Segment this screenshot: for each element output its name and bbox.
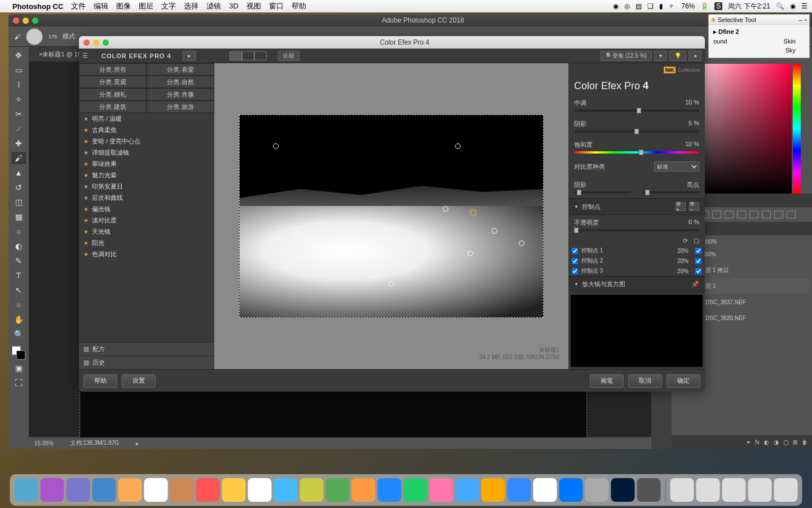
category-button[interactable]: 分类.婚礼 [79,88,147,100]
cp-checkbox[interactable] [572,268,578,274]
link-icon[interactable]: ⚭ [746,439,751,445]
loupe-header[interactable]: ▼ 放大镜与直方图 📌 [568,276,705,292]
cp-checkbox[interactable] [572,248,578,254]
minimize-icon[interactable]: – [799,16,802,23]
control-point-dot[interactable] [273,143,279,149]
patch-tool[interactable]: ✚ [11,137,26,150]
filter-item[interactable]: ★明亮 / 温暖 [79,113,214,124]
new-icon[interactable]: ⊞ [793,439,797,445]
notif-icon[interactable]: ☰ [801,2,807,10]
zoom-display[interactable]: 🔍 变焦 (12.5 %) [601,51,652,61]
dodge-tool[interactable]: ◐ [11,240,26,252]
filter-item[interactable]: ★天光镜 [79,226,214,237]
layers-footer[interactable]: ⚭ fx ◐ ◑ ▢ ⊞ 🗑 [672,435,812,449]
stamp-tool[interactable]: ▲ [11,167,26,179]
single-view-button[interactable] [230,51,242,60]
cp-dup-icon[interactable]: ⟳ [683,237,688,244]
dock-app[interactable] [67,478,90,502]
bulb-icon[interactable]: 💡 [669,51,686,61]
filter-item[interactable]: ★淡对比度 [79,214,214,226]
control-point-dot[interactable] [389,281,394,287]
control-point-dot[interactable] [455,143,461,149]
audio-icon[interactable]: ▮ [659,2,663,10]
blur-tool[interactable]: ○ [11,225,26,238]
dock-app[interactable] [533,478,557,502]
dock-app[interactable] [722,478,746,502]
control-point-dot[interactable] [519,240,524,246]
disk-icon[interactable]: ▤ [636,2,642,10]
history-row[interactable]: ▥历史 [79,356,214,369]
dock-app[interactable] [41,478,64,502]
dock-app[interactable] [274,478,298,502]
brush-tool[interactable]: 🖌 [11,152,26,164]
dock-app[interactable] [222,478,246,502]
marquee-tool[interactable]: ▭ [11,64,26,76]
dock-app[interactable] [378,478,401,502]
category-button[interactable]: 分类.肖像 [147,88,214,100]
filter-item[interactable]: ★翠绿效果 [79,158,214,169]
input-icon[interactable]: ❏ [647,2,654,10]
star-icon[interactable]: ★ [83,217,89,224]
slider-track[interactable] [574,151,699,154]
add-minus-cp-button[interactable]: ⊕ − [689,202,699,211]
category-button[interactable]: 分类.所有 [79,63,147,76]
lasso-tool[interactable]: ⌇ [11,78,26,91]
star-icon[interactable]: ★ [83,240,89,246]
menu-item[interactable]: 编辑 [94,2,108,10]
settings-button[interactable]: 设置 [122,374,156,388]
dock-app[interactable] [248,478,272,502]
eraser-tool[interactable]: ◫ [11,196,26,208]
canvas[interactable] [80,389,587,445]
split-view-button[interactable] [242,51,254,60]
category-button[interactable]: 分类.自然 [147,76,214,88]
wand-tool[interactable]: ✧ [11,93,26,106]
dock-app[interactable] [15,478,38,502]
menu-item[interactable]: 视图 [246,2,261,10]
zoom-tool[interactable]: 🔍 [11,328,26,340]
star-icon[interactable]: ★ [83,116,89,122]
panel-toggle-icon[interactable]: ▸ [183,51,196,61]
dock-app[interactable] [748,478,772,502]
star-icon[interactable]: ★ [83,195,89,201]
menu-item[interactable]: 窗口 [269,2,284,10]
menu-item[interactable]: 帮助 [292,2,306,10]
menu-icon[interactable]: ☰ [82,52,88,59]
add-plus-cp-button[interactable]: ⊕ + [676,202,686,211]
star-icon[interactable]: ★ [83,161,89,167]
pin-icon[interactable]: 📌 [691,281,699,288]
compare-button[interactable]: 比较 [278,51,299,61]
brush-button[interactable]: 画笔 [590,374,624,388]
cp-vis-checkbox[interactable] [695,248,701,254]
cp-vis-checkbox[interactable] [695,258,701,264]
zoom-value[interactable]: 15.05% [34,440,54,446]
dock-app[interactable] [144,478,168,502]
selective-row[interactable]: oundSkin [711,37,807,46]
sync-icon[interactable]: ◎ [624,2,630,10]
star-icon[interactable]: ★ [83,183,89,190]
adj-icon[interactable]: ◑ [774,439,779,445]
menu-item[interactable]: 文字 [161,2,176,10]
help-button[interactable]: 帮助 [83,374,117,388]
dock-app[interactable] [92,478,116,502]
star-icon[interactable]: ★ [83,251,89,257]
control-point-dot[interactable] [294,230,300,236]
shape-tool[interactable]: ○ [11,299,26,311]
battery-icon[interactable]: 🔋 [700,2,709,10]
star-icon[interactable]: ★ [83,138,89,144]
cp-vis-checkbox[interactable] [695,268,701,274]
brush-tool-icon[interactable]: 🖌 [14,33,20,40]
s-icon[interactable]: S [714,2,722,10]
quickmask-tool[interactable]: ▣ [11,362,26,374]
pen-tool[interactable]: ✎ [11,255,26,267]
path-tool[interactable]: ↖ [11,284,26,296]
spotlight-icon[interactable]: 🔍 [776,2,784,10]
control-point-list[interactable]: 控制点 120%控制点 220%控制点 320% [568,246,705,276]
dock-app[interactable] [196,478,220,502]
filter-item[interactable]: ★层次和曲线 [79,192,214,203]
control-point-row[interactable]: 控制点 120% [572,246,701,256]
mask-icon[interactable]: ◐ [764,439,769,445]
dock-app[interactable] [508,478,531,502]
cp-del-icon[interactable]: ▢ [694,237,699,244]
dock-app[interactable] [585,478,609,502]
filter-item[interactable]: ★古典柔焦 [79,124,214,135]
